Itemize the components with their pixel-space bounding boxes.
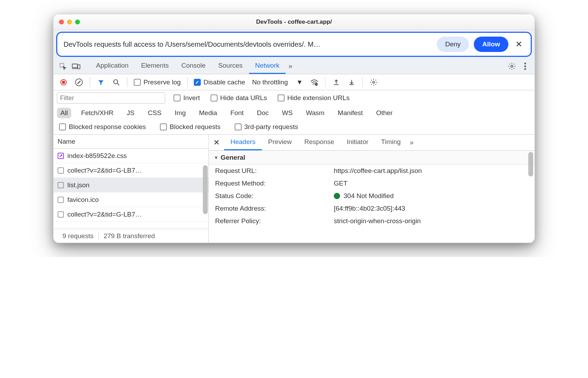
dtab-timing[interactable]: Timing: [375, 135, 407, 150]
type-other[interactable]: Other: [373, 108, 396, 118]
svg-line-9: [117, 83, 119, 85]
more-detail-tabs-icon[interactable]: »: [407, 138, 417, 146]
tab-console[interactable]: Console: [175, 58, 212, 74]
filter-icon[interactable]: [94, 76, 108, 89]
disable-cache-label: Disable cache: [204, 78, 245, 86]
tab-sources[interactable]: Sources: [212, 58, 249, 74]
throttling-select[interactable]: No throttling ▼: [249, 78, 306, 86]
dtab-headers[interactable]: Headers: [224, 135, 262, 150]
section-general[interactable]: ▼ General: [209, 151, 535, 165]
title-bar: DevTools - coffee-cart.app/: [53, 14, 535, 30]
tab-application[interactable]: Application: [90, 58, 135, 74]
val-request-url: https://coffee-cart.app/list.json: [334, 167, 528, 175]
tab-network[interactable]: Network: [249, 58, 286, 74]
settings-icon[interactable]: [505, 60, 519, 73]
key-remote-address: Remote Address:: [215, 205, 334, 212]
svg-point-10: [315, 83, 317, 85]
val-status-code: 304 Not Modified: [334, 192, 528, 200]
type-all[interactable]: All: [57, 108, 71, 118]
network-settings-icon[interactable]: [367, 76, 380, 89]
row-request-method: Request Method: GET: [209, 177, 535, 190]
allow-button[interactable]: Allow: [474, 37, 508, 52]
row-status-code: Status Code: 304 Not Modified: [209, 190, 535, 202]
type-fetch-xhr[interactable]: Fetch/XHR: [78, 108, 117, 118]
type-img[interactable]: Img: [171, 108, 189, 118]
val-referrer-policy: strict-origin-when-cross-origin: [334, 217, 528, 225]
panel-tabs: Application Elements Console Sources Net…: [90, 58, 295, 74]
throttling-label: No throttling: [252, 78, 288, 86]
type-js[interactable]: JS: [123, 108, 138, 118]
info-bar-container: DevTools requests full access to /Users/…: [53, 30, 535, 58]
panel-tabs-row: Application Elements Console Sources Net…: [53, 58, 535, 74]
window-title: DevTools - coffee-cart.app/: [53, 18, 535, 25]
blocked-cookies-label: Blocked response cookies: [69, 123, 146, 131]
list-item[interactable]: collect?v=2&tid=G-LB7…: [53, 163, 208, 178]
more-tabs-icon[interactable]: »: [286, 62, 295, 70]
preserve-log-label: Preserve log: [144, 78, 181, 86]
deny-button[interactable]: Deny: [437, 37, 469, 52]
more-menu-icon[interactable]: [519, 60, 532, 73]
svg-rect-3: [78, 65, 80, 69]
dtab-response[interactable]: Response: [298, 135, 340, 150]
dtab-initiator[interactable]: Initiator: [340, 135, 375, 150]
type-font[interactable]: Font: [227, 108, 247, 118]
override-icon: [58, 153, 64, 159]
svg-point-11: [373, 81, 375, 83]
file-icon: [58, 211, 64, 218]
network-toolbar: Preserve log ✓Disable cache No throttlin…: [53, 74, 535, 90]
file-icon: [58, 182, 64, 188]
request-name: index-b859522e.css: [67, 152, 127, 160]
svg-point-7: [524, 68, 526, 70]
list-item[interactable]: index-b859522e.css: [53, 149, 208, 163]
type-wasm[interactable]: Wasm: [302, 108, 328, 118]
maximize-window-button[interactable]: [75, 20, 80, 24]
filter-input[interactable]: [57, 92, 165, 104]
network-conditions-icon[interactable]: [308, 76, 321, 89]
type-doc[interactable]: Doc: [253, 108, 272, 118]
status-requests: 9 requests: [58, 232, 98, 240]
hide-extension-urls-checkbox[interactable]: Hide extension URLs: [275, 94, 352, 102]
clear-button[interactable]: [72, 76, 86, 89]
dismiss-prompt-button[interactable]: ✕: [513, 39, 524, 49]
invert-checkbox[interactable]: Invert: [171, 94, 202, 102]
third-party-checkbox[interactable]: 3rd-party requests: [233, 123, 300, 131]
row-referrer-policy: Referrer Policy: strict-origin-when-cros…: [209, 215, 535, 227]
type-media[interactable]: Media: [196, 108, 221, 118]
list-item[interactable]: collect?v=2&tid=G-LB7…: [53, 207, 208, 222]
list-item[interactable]: list.json: [53, 178, 208, 192]
close-window-button[interactable]: [59, 20, 64, 24]
sidebar-header-name[interactable]: Name: [53, 135, 208, 149]
minimize-window-button[interactable]: [67, 20, 72, 24]
main-area: Name index-b859522e.css collect?v=2&tid=…: [53, 135, 535, 243]
list-item[interactable]: favicon.ico: [53, 192, 208, 207]
key-request-method: Request Method:: [215, 180, 334, 187]
blocked-requests-label: Blocked requests: [170, 123, 221, 131]
detail-scrollbar[interactable]: [528, 152, 533, 176]
record-button[interactable]: [57, 76, 70, 89]
key-request-url: Request URL:: [215, 167, 334, 175]
device-toolbar-icon[interactable]: [69, 60, 83, 73]
detail-tabs: ✕ Headers Preview Response Initiator Tim…: [209, 135, 535, 151]
disable-cache-checkbox[interactable]: ✓Disable cache: [192, 78, 247, 86]
download-har-icon[interactable]: [345, 76, 358, 89]
upload-har-icon[interactable]: [330, 76, 343, 89]
file-icon: [58, 197, 64, 203]
tab-elements[interactable]: Elements: [135, 58, 175, 74]
status-transferred: 279 B transferred: [98, 232, 160, 240]
svg-point-5: [524, 62, 526, 64]
sidebar-scrollbar[interactable]: [203, 165, 208, 214]
hide-data-urls-checkbox[interactable]: Hide data URLs: [208, 94, 269, 102]
status-bar: 9 requests 279 B transferred: [53, 229, 208, 243]
blocked-requests-checkbox[interactable]: Blocked requests: [158, 123, 223, 131]
search-icon[interactable]: [110, 76, 123, 89]
type-css[interactable]: CSS: [144, 108, 165, 118]
val-request-method: GET: [334, 180, 528, 187]
key-status-code: Status Code:: [215, 192, 334, 200]
close-detail-button[interactable]: ✕: [209, 138, 224, 147]
dtab-preview[interactable]: Preview: [262, 135, 298, 150]
inspect-element-icon[interactable]: [56, 60, 69, 73]
blocked-cookies-checkbox[interactable]: Blocked response cookies: [57, 123, 148, 131]
type-manifest[interactable]: Manifest: [334, 108, 366, 118]
preserve-log-checkbox[interactable]: Preserve log: [132, 78, 183, 86]
type-ws[interactable]: WS: [279, 108, 296, 118]
